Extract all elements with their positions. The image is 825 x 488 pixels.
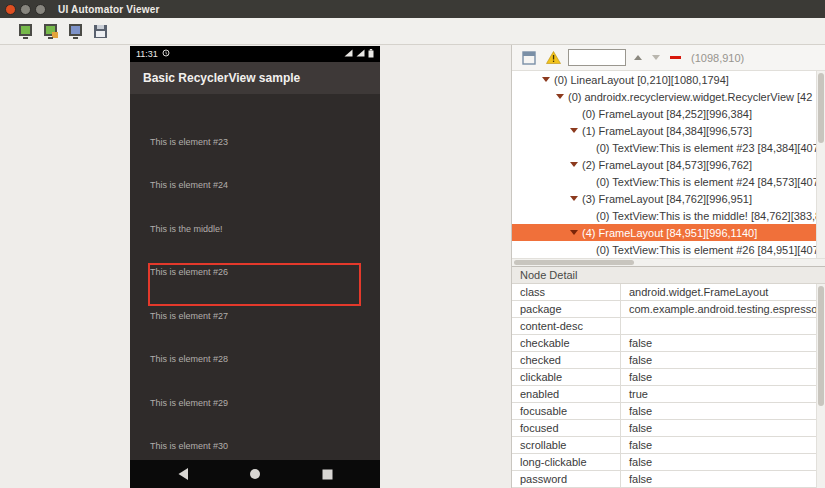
node-detail-row: focusedfalse (512, 420, 825, 437)
detail-key: package (512, 301, 621, 317)
warning-icon[interactable] (544, 49, 562, 67)
device-list-item[interactable]: This is the middle! (150, 224, 223, 234)
node-detail-header: Node Detail (512, 266, 825, 284)
detail-key: focused (512, 420, 621, 436)
tree-node[interactable]: (0) FrameLayout [84,252][996,384] (512, 105, 825, 122)
pointer-coordinates: (1098,910) (691, 52, 744, 64)
detail-value: false (621, 437, 825, 453)
device-list-item[interactable]: This is element #23 (150, 137, 228, 147)
tree-node-label: (0) TextView:This is element #23 [84,384… (596, 142, 825, 154)
minimize-button[interactable] (20, 4, 31, 15)
app-bar-title: Basic RecyclerView sample (130, 62, 380, 94)
detail-key: password (512, 471, 621, 487)
detail-vertical-scrollbar[interactable] (816, 284, 825, 488)
close-button[interactable] (5, 4, 16, 15)
detail-value: false (621, 335, 825, 351)
tree-node[interactable]: (3) FrameLayout [84,762][996,951] (512, 190, 825, 207)
device-screenshot-icon[interactable] (41, 22, 59, 40)
detail-key: checked (512, 352, 621, 368)
signal-icon (356, 49, 365, 59)
node-detail-row: packagecom.example.android.testing.espre… (512, 301, 825, 318)
home-icon[interactable] (249, 468, 261, 480)
detail-value: false (621, 352, 825, 368)
device-list-item[interactable]: This is element #29 (150, 398, 228, 408)
window-title: UI Automator Viewer (58, 4, 160, 15)
detail-value: true (621, 386, 825, 402)
tree-node[interactable]: (1) FrameLayout [84,384][996,573] (512, 122, 825, 139)
tree-node-label: (0) FrameLayout [84,252][996,384] (582, 108, 752, 120)
tree-node[interactable]: (0) androidx.recyclerview.widget.Recycle… (512, 88, 825, 105)
open-screenshot-icon[interactable] (16, 22, 34, 40)
node-detail-row: focusablefalse (512, 403, 825, 420)
expander-icon[interactable] (570, 128, 578, 133)
device-list-item[interactable]: This is element #27 (150, 311, 228, 321)
node-detail-table: classandroid.widget.FrameLayoutpackageco… (512, 284, 825, 488)
detail-key: content-desc (512, 318, 621, 334)
expander-icon[interactable] (542, 77, 550, 82)
device-screenshot-compressed-icon[interactable] (66, 22, 84, 40)
app-window: UI Automator Viewer 11:31 (0, 0, 825, 488)
detail-value: com.example.android.testing.espresso. (621, 301, 825, 317)
maximize-button[interactable] (35, 4, 46, 15)
expander-icon[interactable] (570, 196, 578, 201)
alarm-icon (162, 49, 170, 59)
tree-node-label: (0) androidx.recyclerview.widget.Recycle… (568, 91, 812, 103)
node-detail-row: long-clickablefalse (512, 454, 825, 471)
expander-icon[interactable] (570, 162, 578, 167)
device-screenshot[interactable]: 11:31 Basic RecyclerView sample This is … (130, 46, 380, 488)
device-nav-bar (130, 460, 380, 488)
detail-value: false (621, 369, 825, 385)
node-detail-row: enabledtrue (512, 386, 825, 403)
detail-value: false (621, 420, 825, 436)
tree-node[interactable]: (0) TextView:This is element #24 [84,573… (512, 173, 825, 190)
clear-search-button[interactable] (670, 56, 681, 59)
tree-toolbar: (1098,910) (512, 45, 825, 71)
content-area: 11:31 Basic RecyclerView sample This is … (0, 45, 825, 488)
tree-node[interactable]: (0) TextView:This is element #26 [84,951… (512, 241, 825, 258)
node-detail-row: checkedfalse (512, 352, 825, 369)
device-list-item[interactable]: This is element #30 (150, 441, 228, 451)
selection-highlight-box (148, 263, 361, 306)
status-time: 11:31 (136, 49, 158, 59)
grid-icon[interactable] (520, 49, 538, 67)
detail-key: checkable (512, 335, 621, 351)
node-detail-row: clickablefalse (512, 369, 825, 386)
tree-node[interactable]: (0) TextView:This is element #23 [84,384… (512, 139, 825, 156)
detail-key: class (512, 284, 621, 300)
device-list-item[interactable]: This is element #28 (150, 354, 228, 364)
detail-value (621, 318, 825, 334)
previous-match-button[interactable] (632, 52, 644, 64)
tree-node-label: (0) TextView:This is the middle! [84,762… (596, 210, 825, 222)
detail-key: scrollable (512, 437, 621, 453)
device-list-item[interactable]: This is element #24 (150, 180, 228, 190)
node-detail-row: classandroid.widget.FrameLayout (512, 284, 825, 301)
tree-node-label: (4) FrameLayout [84,951][996,1140] (582, 227, 757, 239)
tree-node[interactable]: (0) TextView:This is the middle! [84,762… (512, 207, 825, 224)
recents-icon[interactable] (321, 468, 333, 480)
detail-value: android.widget.FrameLayout (621, 284, 825, 300)
tree-node-label: (0) TextView:This is element #24 [84,573… (596, 176, 825, 188)
screenshot-pane: 11:31 Basic RecyclerView sample This is … (0, 45, 511, 488)
device-status-bar: 11:31 (130, 46, 380, 62)
save-icon[interactable] (91, 22, 109, 40)
expander-icon[interactable] (570, 230, 578, 235)
next-match-button[interactable] (650, 52, 662, 64)
node-detail-row: checkablefalse (512, 335, 825, 352)
expander-icon[interactable] (556, 94, 564, 99)
tree-node-label: (2) FrameLayout [84,573][996,762] (582, 159, 752, 171)
node-detail-row: passwordfalse (512, 471, 825, 488)
detail-key: long-clickable (512, 454, 621, 470)
search-input[interactable] (568, 49, 626, 66)
tree-node[interactable]: (0) LinearLayout [0,210][1080,1794] (512, 71, 825, 88)
main-toolbar (0, 18, 825, 45)
detail-key: clickable (512, 369, 621, 385)
back-icon[interactable] (177, 468, 189, 480)
tree-node[interactable]: (2) FrameLayout [84,573][996,762] (512, 156, 825, 173)
tree-horizontal-scrollbar[interactable] (512, 258, 825, 266)
tree-vertical-scrollbar[interactable] (816, 71, 825, 258)
tree-node[interactable]: (4) FrameLayout [84,951][996,1140] (512, 224, 825, 241)
detail-value: false (621, 403, 825, 419)
wifi-icon (344, 49, 353, 59)
node-detail-row: scrollablefalse (512, 437, 825, 454)
node-detail-row: content-desc (512, 318, 825, 335)
